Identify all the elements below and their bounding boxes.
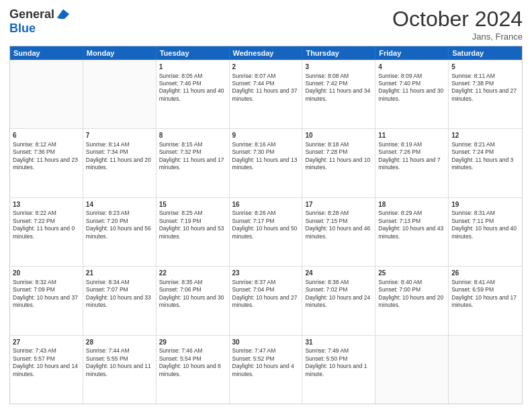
- calendar-week-row: 20Sunrise: 8:32 AMSunset: 7:09 PMDayligh…: [10, 266, 522, 334]
- sunset-text: Sunset: 6:59 PM: [451, 286, 519, 293]
- daylight-text: Daylight: 11 hours and 13 minutes.: [232, 156, 300, 172]
- calendar-cell: 19Sunrise: 8:31 AMSunset: 7:11 PMDayligh…: [449, 198, 522, 266]
- daylight-text: Daylight: 10 hours and 14 minutes.: [13, 363, 80, 378]
- calendar-cell: 6Sunrise: 8:12 AMSunset: 7:36 PMDaylight…: [10, 129, 83, 197]
- logo-blue-text: Blue: [9, 21, 36, 36]
- sunrise-text: Sunrise: 8:22 AM: [13, 210, 80, 217]
- calendar-cell: 12Sunrise: 8:21 AMSunset: 7:24 PMDayligh…: [449, 129, 522, 197]
- sunrise-text: Sunrise: 7:43 AM: [13, 347, 80, 355]
- daylight-text: Daylight: 10 hours and 43 minutes.: [378, 225, 445, 240]
- day-number: 14: [86, 200, 153, 210]
- calendar-cell: 23Sunrise: 8:37 AMSunset: 7:04 PMDayligh…: [230, 267, 303, 334]
- daylight-text: Daylight: 11 hours and 37 minutes.: [232, 87, 300, 103]
- daylight-text: Daylight: 10 hours and 11 minutes.: [86, 363, 153, 378]
- day-number: 23: [232, 269, 300, 278]
- sunrise-text: Sunrise: 8:19 AM: [378, 141, 445, 148]
- daylight-text: Daylight: 10 hours and 4 minutes.: [232, 363, 300, 378]
- day-number: 27: [13, 338, 80, 347]
- calendar-cell: 3Sunrise: 8:08 AMSunset: 7:42 PMDaylight…: [302, 60, 375, 128]
- calendar-cell: 29Sunrise: 7:46 AMSunset: 5:54 PMDayligh…: [157, 336, 230, 404]
- sunset-text: Sunset: 5:50 PM: [305, 355, 372, 363]
- sunset-text: Sunset: 7:46 PM: [159, 80, 226, 87]
- daylight-text: Daylight: 10 hours and 53 minutes.: [159, 225, 226, 240]
- day-number: 30: [232, 338, 300, 347]
- daylight-text: Daylight: 10 hours and 50 minutes.: [232, 225, 300, 240]
- sunrise-text: Sunrise: 8:29 AM: [378, 210, 445, 217]
- day-number: 16: [232, 200, 300, 210]
- logo-general-text: General: [9, 7, 54, 21]
- calendar-cell: 20Sunrise: 8:32 AMSunset: 7:09 PMDayligh…: [10, 267, 83, 334]
- day-of-week-header: Friday: [375, 46, 449, 60]
- calendar-cell: [449, 336, 522, 404]
- sunset-text: Sunset: 7:00 PM: [378, 286, 445, 293]
- sunrise-text: Sunrise: 8:18 AM: [305, 141, 372, 148]
- day-number: 13: [13, 200, 80, 210]
- svg-marker-0: [57, 9, 69, 19]
- calendar-cell: 2Sunrise: 8:07 AMSunset: 7:44 PMDaylight…: [230, 60, 303, 128]
- day-number: 7: [86, 131, 153, 140]
- calendar-cell: [375, 336, 449, 404]
- calendar-cell: 30Sunrise: 7:47 AMSunset: 5:52 PMDayligh…: [230, 336, 303, 404]
- sunset-text: Sunset: 7:40 PM: [378, 80, 445, 87]
- calendar-cell: 11Sunrise: 8:19 AMSunset: 7:26 PMDayligh…: [375, 129, 449, 197]
- sunrise-text: Sunrise: 8:16 AM: [232, 141, 300, 148]
- day-number: 25: [378, 269, 445, 278]
- day-of-week-header: Saturday: [449, 46, 522, 60]
- sunrise-text: Sunrise: 8:21 AM: [451, 141, 519, 148]
- sunset-text: Sunset: 5:54 PM: [159, 355, 226, 363]
- day-number: 4: [378, 62, 445, 72]
- day-of-week-header: Wednesday: [230, 46, 303, 60]
- sunrise-text: Sunrise: 8:37 AM: [232, 279, 300, 286]
- sunrise-text: Sunrise: 8:12 AM: [13, 141, 80, 148]
- calendar-cell: 4Sunrise: 8:09 AMSunset: 7:40 PMDaylight…: [375, 60, 449, 128]
- day-number: 26: [451, 269, 519, 278]
- calendar-cell: 16Sunrise: 8:26 AMSunset: 7:17 PMDayligh…: [230, 198, 303, 266]
- day-number: 22: [159, 269, 226, 278]
- sunrise-text: Sunrise: 8:31 AM: [451, 210, 519, 217]
- calendar-cell: 28Sunrise: 7:44 AMSunset: 5:55 PMDayligh…: [83, 336, 157, 404]
- calendar-cell: 5Sunrise: 8:11 AMSunset: 7:38 PMDaylight…: [449, 60, 522, 128]
- daylight-text: Daylight: 10 hours and 56 minutes.: [86, 225, 153, 240]
- calendar-cell: 22Sunrise: 8:35 AMSunset: 7:06 PMDayligh…: [157, 267, 230, 334]
- daylight-text: Daylight: 11 hours and 23 minutes.: [13, 156, 80, 172]
- day-number: 19: [451, 200, 519, 210]
- daylight-text: Daylight: 11 hours and 20 minutes.: [86, 156, 153, 172]
- sunset-text: Sunset: 7:11 PM: [451, 218, 519, 225]
- sunrise-text: Sunrise: 8:08 AM: [305, 73, 372, 80]
- day-number: 12: [451, 131, 519, 140]
- daylight-text: Daylight: 10 hours and 8 minutes.: [159, 363, 226, 378]
- title-block: October 2024 Jans, France: [392, 7, 523, 42]
- sunrise-text: Sunrise: 8:40 AM: [378, 279, 445, 286]
- sunset-text: Sunset: 5:55 PM: [86, 355, 153, 363]
- calendar-cell: 15Sunrise: 8:25 AMSunset: 7:19 PMDayligh…: [157, 198, 230, 266]
- calendar-header: SundayMondayTuesdayWednesdayThursdayFrid…: [10, 46, 522, 60]
- sunrise-text: Sunrise: 7:47 AM: [232, 347, 300, 355]
- daylight-text: Daylight: 10 hours and 40 minutes.: [451, 225, 519, 240]
- day-number: 6: [13, 131, 80, 140]
- day-of-week-header: Thursday: [302, 46, 375, 60]
- day-number: 21: [86, 269, 153, 278]
- sunrise-text: Sunrise: 8:26 AM: [232, 210, 300, 217]
- sunrise-text: Sunrise: 8:35 AM: [159, 279, 226, 286]
- day-number: 18: [378, 200, 445, 210]
- sunset-text: Sunset: 7:36 PM: [13, 148, 80, 156]
- daylight-text: Daylight: 10 hours and 27 minutes.: [232, 294, 300, 310]
- calendar-cell: 25Sunrise: 8:40 AMSunset: 7:00 PMDayligh…: [375, 267, 449, 334]
- day-of-week-header: Sunday: [10, 46, 83, 60]
- calendar-cell: 13Sunrise: 8:22 AMSunset: 7:22 PMDayligh…: [10, 198, 83, 266]
- sunrise-text: Sunrise: 7:46 AM: [159, 347, 226, 355]
- sunset-text: Sunset: 7:19 PM: [159, 218, 226, 225]
- sunrise-text: Sunrise: 8:15 AM: [159, 141, 226, 148]
- daylight-text: Daylight: 10 hours and 24 minutes.: [305, 294, 372, 310]
- day-number: 10: [305, 131, 372, 140]
- sunrise-text: Sunrise: 7:44 AM: [86, 347, 153, 355]
- day-of-week-header: Tuesday: [157, 46, 230, 60]
- sunset-text: Sunset: 7:28 PM: [305, 148, 372, 156]
- sunset-text: Sunset: 7:20 PM: [86, 218, 153, 225]
- daylight-text: Daylight: 10 hours and 20 minutes.: [378, 294, 445, 310]
- logo-icon: [56, 7, 71, 21]
- sunrise-text: Sunrise: 8:14 AM: [86, 141, 153, 148]
- day-number: 28: [86, 338, 153, 347]
- day-number: 2: [232, 62, 300, 72]
- sunrise-text: Sunrise: 8:05 AM: [159, 73, 226, 80]
